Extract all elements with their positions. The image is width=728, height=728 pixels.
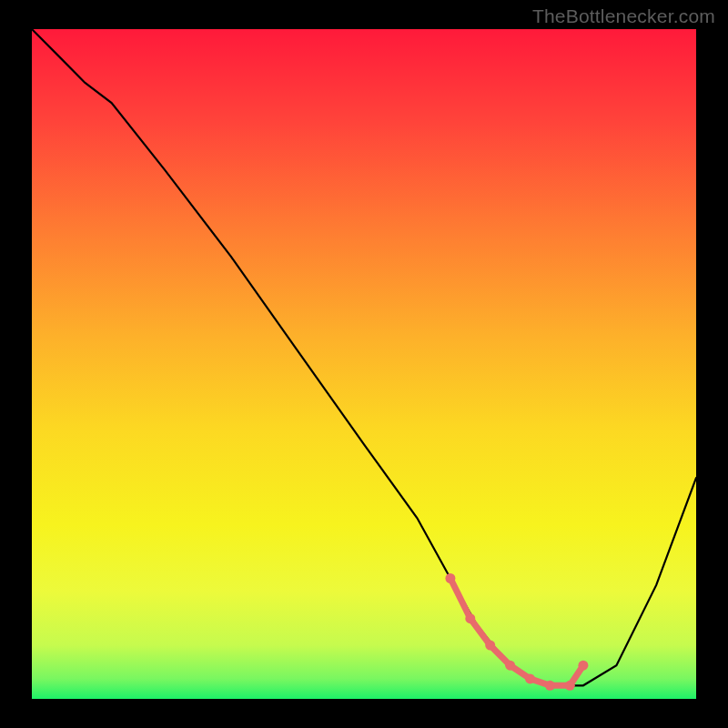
optimal-range-dot [545, 681, 555, 691]
chart-container: TheBottlenecker.com [0, 0, 728, 728]
bottleneck-chart [0, 0, 728, 728]
optimal-range-dot [465, 613, 475, 623]
optimal-range-dot [485, 641, 495, 651]
optimal-range-dot [505, 661, 515, 671]
optimal-range-dot [565, 681, 575, 691]
optimal-range-dot [525, 673, 535, 683]
optimal-range-dot [445, 573, 455, 583]
plot-background [32, 29, 696, 699]
watermark-text: TheBottlenecker.com [532, 5, 715, 27]
optimal-range-dot [578, 661, 588, 671]
